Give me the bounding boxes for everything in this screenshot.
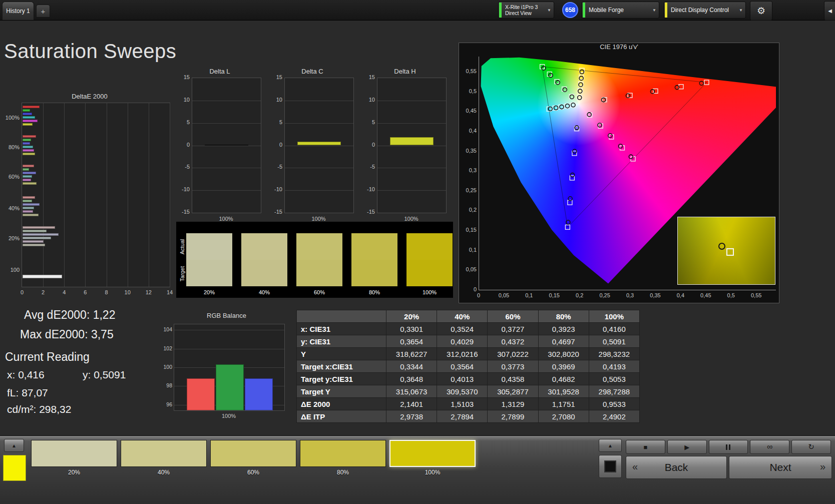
deltae-bar: [23, 182, 37, 185]
saturation-button-80%[interactable]: 80%: [300, 440, 386, 474]
saturation-swatch: [31, 440, 117, 467]
tab-history[interactable]: History 1: [2, 2, 34, 20]
deltae-bar: [23, 142, 30, 145]
cie-zoom-inset: [677, 217, 775, 285]
measured-point-magenta: [619, 144, 623, 148]
pause-icon: [726, 444, 727, 450]
x-tick-label: 0,55: [751, 292, 761, 298]
meter-reading-badge[interactable]: 658: [562, 2, 578, 18]
stop-button[interactable]: ■: [626, 440, 665, 454]
y-tick-label: 40%: [3, 205, 20, 211]
loop-icon: ∞: [767, 442, 772, 451]
gridline: [149, 103, 149, 287]
y-tick-label: 0,05: [459, 266, 477, 272]
y-tick-label: 0,5: [459, 88, 477, 94]
deltae-bar: [23, 146, 33, 148]
x-tick-label: 0: [477, 292, 480, 298]
table-cell: 312,0216: [437, 348, 488, 360]
table-cell: 0,3301: [386, 323, 437, 335]
x-tick-label: 0,4: [677, 292, 684, 298]
x-axis-label: 100%: [174, 413, 284, 419]
y-tick-label: -5: [177, 164, 190, 170]
row-label: ΔE ITP: [297, 410, 386, 423]
gridline: [285, 190, 353, 191]
back-button[interactable]: « Back: [626, 456, 727, 479]
display-control-name: Direct Display Control: [668, 7, 736, 14]
page-title: Saturation Sweeps: [4, 40, 176, 63]
chart-title: DeltaE 2000: [3, 93, 176, 100]
deltae-bar: [23, 200, 32, 202]
table-cell: 2,9738: [386, 410, 437, 423]
gridline: [174, 349, 284, 349]
chart-title: CIE 1976 u'v': [459, 43, 779, 51]
saturation-label: 20%: [31, 469, 117, 476]
table-cell: 0,3564: [437, 360, 488, 373]
display-control-dropdown[interactable]: Direct Display Control ▼: [664, 2, 746, 19]
rgb-bar-red: [187, 378, 215, 410]
deltae-bar: [23, 275, 62, 278]
table-cell: 302,8020: [538, 348, 589, 360]
deltae-bar: [23, 139, 31, 141]
y-tick-label: 0,45: [459, 108, 477, 114]
deltae-bar: [23, 165, 34, 167]
y-tick-label: 98: [163, 382, 172, 388]
target-point-red: [679, 85, 683, 89]
bottom-bar: ▲ 20%40%60%80%100% ▲ ■ ▶ ∞ ↻: [0, 435, 835, 504]
swatch-label: 60%: [296, 289, 342, 295]
y-tick-label: 5: [177, 119, 190, 125]
saturation-button-100%[interactable]: 100%: [389, 440, 476, 474]
gridline: [285, 101, 353, 101]
saturation-swatch: [121, 440, 207, 467]
y-tick-label: 15: [269, 74, 282, 80]
settings-button[interactable]: ⚙: [750, 1, 772, 21]
y-tick-label: -5: [269, 164, 282, 170]
gridline: [377, 123, 446, 124]
current-fl-value: fL: 87,07: [7, 387, 48, 399]
row-label: Target Y: [297, 385, 386, 398]
measured-point-blue: [571, 173, 575, 177]
y-tick-label: 0,25: [459, 187, 477, 193]
refresh-button[interactable]: ↻: [791, 440, 831, 454]
actual-swatch: [351, 233, 397, 260]
add-tab-button[interactable]: +: [36, 5, 50, 18]
y-tick-label: 100%: [3, 115, 20, 121]
deltae-bar: [23, 207, 34, 209]
swatch-column: 20%: [186, 233, 232, 298]
table-cell: 0,4358: [488, 373, 538, 385]
pause-button[interactable]: [709, 440, 748, 454]
y-tick-label: 15: [177, 74, 190, 80]
target-point-magenta: [598, 124, 603, 128]
collapse-panel-button[interactable]: ◀: [824, 1, 835, 21]
x-tick-label: 0,15: [549, 292, 560, 298]
current-cdm2-value: cd/m²: 298,32: [7, 403, 71, 415]
deltae-bar: [23, 175, 32, 178]
saturation-button-20%[interactable]: 20%: [31, 440, 117, 474]
source-dropdown[interactable]: Mobile Forge ▼: [582, 2, 659, 19]
saturation-button-60%[interactable]: 60%: [210, 440, 296, 474]
meter-dropdown[interactable]: X-Rite i1Pro 3 Direct View ▼: [498, 2, 554, 19]
y-tick-label: 104: [163, 326, 172, 332]
swatch-items: 20%40%60%80%100%: [176, 222, 453, 298]
saturation-button-40%[interactable]: 40%: [121, 440, 207, 474]
saturation-swatch: [300, 440, 386, 467]
next-label: Next: [769, 461, 791, 473]
y-tick-label: 5: [269, 119, 282, 125]
table-cell: 0,3654: [386, 335, 437, 348]
next-chevron-icon: »: [820, 461, 825, 472]
deltae-bar: [23, 109, 30, 112]
y-tick-label: -10: [177, 186, 190, 192]
loop-button[interactable]: ∞: [750, 440, 789, 454]
expand-button-right[interactable]: ▲: [599, 439, 622, 452]
next-button[interactable]: Next »: [729, 456, 832, 479]
play-button[interactable]: ▶: [667, 440, 707, 454]
swatch-column: 80%: [351, 233, 397, 298]
swatch-label: 20%: [186, 289, 232, 295]
rgb-bar-blue: [245, 378, 273, 410]
stop-icon: ■: [643, 443, 647, 451]
swatch-label: 80%: [351, 289, 397, 295]
delta-bar: [297, 142, 341, 145]
deltae-bar: [23, 196, 35, 199]
pattern-window-button[interactable]: [599, 455, 622, 478]
column-header: [297, 310, 386, 323]
measured-point-green: [570, 95, 574, 99]
